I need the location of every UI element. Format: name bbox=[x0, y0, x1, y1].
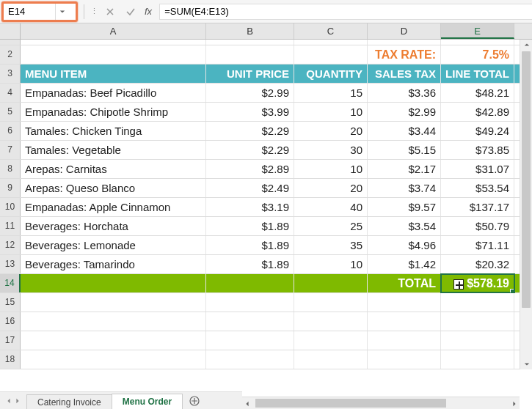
cell-menu-item[interactable]: Beverages: Lemonade bbox=[21, 236, 206, 254]
row-header[interactable]: 14 bbox=[0, 274, 21, 292]
row-header[interactable]: 12 bbox=[0, 236, 21, 254]
cell-quantity[interactable]: 20 bbox=[294, 179, 368, 197]
cell-sales-tax[interactable]: $4.96 bbox=[368, 236, 441, 254]
cell-line-total[interactable]: $53.54 bbox=[441, 179, 514, 197]
cell-menu-item[interactable]: Beverages: Horchata bbox=[21, 217, 206, 235]
row-header[interactable]: 5 bbox=[0, 103, 21, 121]
cell[interactable] bbox=[294, 293, 368, 312]
row-header[interactable]: 4 bbox=[0, 84, 21, 102]
cell[interactable] bbox=[368, 331, 441, 350]
cell[interactable] bbox=[294, 40, 368, 45]
cell[interactable] bbox=[21, 45, 206, 64]
horizontal-scrollbar[interactable] bbox=[242, 397, 520, 409]
cancel-button[interactable] bbox=[102, 4, 118, 20]
cell[interactable] bbox=[206, 350, 294, 369]
row-header[interactable]: 6 bbox=[0, 122, 21, 140]
tax-rate-value[interactable]: 7.5% bbox=[441, 45, 514, 64]
cell-sales-tax[interactable]: $2.99 bbox=[368, 103, 441, 121]
cell[interactable] bbox=[206, 293, 294, 312]
header-sales-tax[interactable]: SALES TAX bbox=[368, 65, 441, 83]
cell-sales-tax[interactable]: $5.15 bbox=[368, 141, 441, 159]
add-sheet-button[interactable] bbox=[186, 393, 203, 409]
cell-sales-tax[interactable]: $3.36 bbox=[368, 84, 441, 102]
scroll-up-button[interactable] bbox=[520, 40, 532, 50]
scroll-left-button[interactable] bbox=[242, 397, 252, 409]
cell-unit-price[interactable]: $3.99 bbox=[206, 103, 294, 121]
col-header-b[interactable]: B bbox=[206, 23, 294, 39]
cell-line-total[interactable]: $71.11 bbox=[441, 236, 514, 254]
cell-menu-item[interactable]: Tamales: Vegetable bbox=[21, 141, 206, 159]
cell-unit-price[interactable]: $2.99 bbox=[206, 84, 294, 102]
col-header-a[interactable]: A bbox=[21, 23, 206, 39]
cell-unit-price[interactable]: $1.89 bbox=[206, 217, 294, 235]
cell-line-total[interactable]: $50.79 bbox=[441, 217, 514, 235]
cell-menu-item[interactable]: Beverages: Tamarindo bbox=[21, 255, 206, 273]
cell-line-total[interactable]: $20.32 bbox=[441, 255, 514, 273]
cell-menu-item[interactable]: Empanadas: Apple Cinnamon bbox=[21, 198, 206, 216]
cell-line-total[interactable]: $137.17 bbox=[441, 198, 514, 216]
vertical-scrollbar[interactable] bbox=[520, 40, 532, 369]
row-header[interactable]: 3 bbox=[0, 65, 21, 83]
tab-prev-icon[interactable] bbox=[6, 398, 12, 404]
cell-quantity[interactable]: 20 bbox=[294, 122, 368, 140]
cell[interactable] bbox=[368, 40, 441, 45]
cell[interactable] bbox=[206, 274, 294, 292]
cell[interactable] bbox=[206, 312, 294, 331]
cell[interactable] bbox=[368, 293, 441, 312]
header-unit-price[interactable]: UNIT PRICE bbox=[206, 65, 294, 83]
cell-unit-price[interactable]: $1.89 bbox=[206, 255, 294, 273]
cell[interactable] bbox=[21, 274, 206, 292]
cell-menu-item[interactable]: Empanadas: Chipotle Shrimp bbox=[21, 103, 206, 121]
cell[interactable] bbox=[21, 312, 206, 331]
cell[interactable] bbox=[21, 331, 206, 350]
cell-unit-price[interactable]: $2.49 bbox=[206, 179, 294, 197]
row-header[interactable]: 15 bbox=[0, 293, 21, 312]
cell-sales-tax[interactable]: $3.54 bbox=[368, 217, 441, 235]
cell-line-total[interactable]: $31.07 bbox=[441, 160, 514, 178]
cell[interactable] bbox=[206, 40, 294, 45]
cell[interactable] bbox=[21, 293, 206, 312]
cell[interactable] bbox=[441, 312, 514, 331]
cell-menu-item[interactable]: Empanadas: Beef Picadillo bbox=[21, 84, 206, 102]
row-header[interactable]: 10 bbox=[0, 198, 21, 216]
cell-quantity[interactable]: 10 bbox=[294, 160, 368, 178]
cell[interactable] bbox=[368, 312, 441, 331]
row-header[interactable]: 7 bbox=[0, 141, 21, 159]
cell-sales-tax[interactable]: $3.74 bbox=[368, 179, 441, 197]
select-all-corner[interactable] bbox=[0, 23, 21, 39]
row-header[interactable]: 2 bbox=[0, 45, 21, 64]
fx-label[interactable]: fx bbox=[145, 6, 152, 17]
cell[interactable] bbox=[441, 350, 514, 369]
cell-unit-price[interactable]: $2.29 bbox=[206, 122, 294, 140]
cell-unit-price[interactable]: $3.19 bbox=[206, 198, 294, 216]
cell-menu-item[interactable]: Arepas: Carnitas bbox=[21, 160, 206, 178]
tab-next-icon[interactable] bbox=[15, 398, 21, 404]
cell-sales-tax[interactable]: $3.44 bbox=[368, 122, 441, 140]
row-header[interactable]: 9 bbox=[0, 179, 21, 197]
col-header-e[interactable]: E bbox=[441, 23, 514, 39]
scroll-right-button[interactable] bbox=[509, 397, 520, 409]
header-menu-item[interactable]: MENU ITEM bbox=[21, 65, 206, 83]
cell[interactable] bbox=[294, 350, 368, 369]
cell-line-total[interactable]: $42.89 bbox=[441, 103, 514, 121]
cell-sales-tax[interactable]: $9.57 bbox=[368, 198, 441, 216]
row-header[interactable]: 8 bbox=[0, 160, 21, 178]
cell-menu-item[interactable]: Tamales: Chicken Tinga bbox=[21, 122, 206, 140]
cell[interactable] bbox=[206, 331, 294, 350]
tab-menu-order[interactable]: Menu Order bbox=[112, 394, 183, 409]
name-box-dropdown[interactable] bbox=[55, 4, 68, 20]
row-header[interactable] bbox=[0, 40, 21, 45]
cell-line-total[interactable]: $73.85 bbox=[441, 141, 514, 159]
scroll-thumb[interactable] bbox=[522, 51, 531, 308]
col-header-c[interactable]: C bbox=[294, 23, 368, 39]
cell-sales-tax[interactable]: $2.17 bbox=[368, 160, 441, 178]
cell-quantity[interactable]: 30 bbox=[294, 141, 368, 159]
header-line-total[interactable]: LINE TOTAL bbox=[441, 65, 514, 83]
cell-line-total[interactable]: $48.21 bbox=[441, 84, 514, 102]
total-value-cell[interactable]: $578.19 bbox=[441, 274, 514, 292]
cell-quantity[interactable]: 35 bbox=[294, 236, 368, 254]
cell[interactable] bbox=[368, 350, 441, 369]
cell-unit-price[interactable]: $2.89 bbox=[206, 160, 294, 178]
tax-rate-label[interactable]: TAX RATE: bbox=[368, 45, 441, 64]
col-header-d[interactable]: D bbox=[368, 23, 441, 39]
